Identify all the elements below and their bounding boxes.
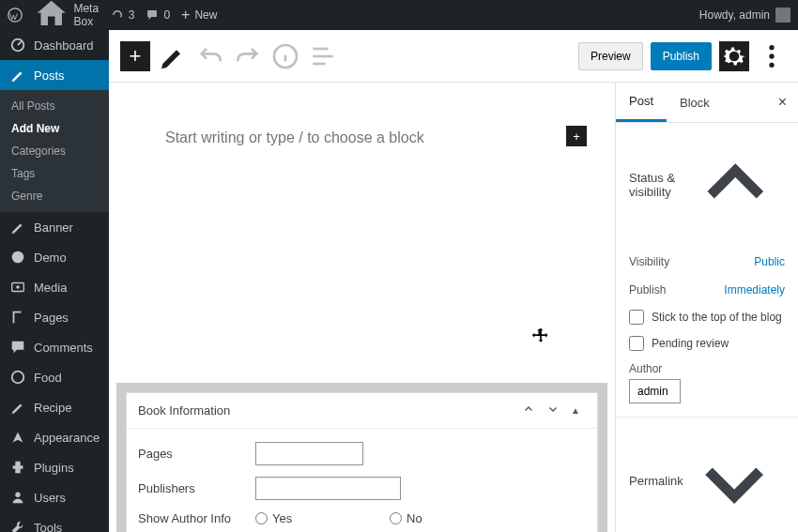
stick-checkbox[interactable]: Stick to the top of the blog [629,304,785,330]
metabox-toggle-icon[interactable]: ▲ [565,405,586,416]
subnav-add-new[interactable]: Add New [0,117,109,140]
svg-point-20 [769,62,774,67]
updates-link[interactable]: 3 [111,8,135,22]
publish-label: Publish [629,283,724,296]
nav-tools[interactable]: Tools [0,512,109,532]
nav-pages[interactable]: Pages [0,302,109,332]
field-pages-input[interactable] [255,442,363,465]
wp-logo[interactable] [8,8,23,23]
info-button[interactable] [270,41,300,71]
settings-panel: Post Block × Status & visibility Visibil… [615,83,798,532]
radio-yes[interactable]: Yes [255,511,373,525]
outline-button[interactable] [308,41,338,71]
subnav-tags[interactable]: Tags [0,162,109,185]
admin-topbar: Meta Box 3 0 +New Howdy, admin [0,0,798,30]
visibility-value[interactable]: Public [754,255,785,268]
nav-media[interactable]: Media [0,272,109,302]
nav-plugins[interactable]: Plugins [0,452,109,482]
metabox-title: Book Information [138,403,230,418]
radio-no[interactable]: No [390,511,507,525]
subnav-all-posts[interactable]: All Posts [0,95,109,117]
undo-button[interactable] [195,41,225,71]
visibility-label: Visibility [629,255,754,268]
field-publishers-label: Publishers [138,481,255,495]
avatar-icon [775,8,790,23]
block-editor-area: Start writing or type / to choose a bloc… [109,83,615,532]
svg-point-7 [12,372,24,384]
publish-button[interactable]: Publish [651,42,712,70]
svg-point-4 [16,285,20,289]
section-status[interactable]: Status & visibility [616,123,798,248]
block-placeholder[interactable]: Start writing or type / to choose a bloc… [165,129,559,146]
nav-comments[interactable]: Comments [0,332,109,362]
svg-point-18 [769,45,774,50]
preview-button[interactable]: Preview [578,42,643,70]
field-showauthor-label: Show Author Info [138,511,255,525]
nav-recipe[interactable]: Recipe [0,392,109,422]
edit-mode-button[interactable] [158,41,188,71]
metabox-book-information: Book Information ▲ Pages Publishers Show… [126,392,598,532]
svg-point-2 [12,251,24,264]
svg-point-19 [769,53,774,58]
nav-users[interactable]: Users [0,482,109,512]
nav-demo[interactable]: Demo [0,242,109,272]
nav-banner[interactable]: Banner [0,212,109,242]
user-menu[interactable]: Howdy, admin [699,8,790,23]
pending-checkbox[interactable]: Pending review [629,330,785,357]
nav-posts[interactable]: Posts [0,60,109,90]
new-link[interactable]: +New [181,7,217,23]
close-panel-icon[interactable]: × [767,94,798,111]
metabox-up-icon[interactable] [516,403,541,418]
field-publishers-input[interactable] [255,477,401,500]
add-block-button[interactable]: + [120,41,150,71]
editor-toolbar: + Preview Publish [109,30,798,83]
svg-rect-16 [313,54,332,57]
svg-rect-17 [313,62,325,65]
section-permalink[interactable]: Permalink [616,418,798,532]
nav-posts-submenu: All Posts Add New Categories Tags Genre [0,90,109,212]
nav-appearance[interactable]: Appearance [0,422,109,452]
publish-value[interactable]: Immediately [724,283,785,296]
inline-add-block-button[interactable]: + [566,126,587,146]
nav-dashboard[interactable]: Dashboard [0,30,109,60]
tab-post[interactable]: Post [616,83,667,122]
nav-food[interactable]: Food [0,362,109,392]
settings-toggle-button[interactable] [719,41,749,71]
svg-point-8 [15,493,20,497]
comments-link[interactable]: 0 [146,8,170,22]
subnav-genre[interactable]: Genre [0,185,109,207]
site-link[interactable]: Meta Box [34,0,100,33]
author-label: Author [629,362,785,375]
metabox-down-icon[interactable] [541,403,565,418]
tab-block[interactable]: Block [667,84,723,121]
svg-rect-15 [313,47,328,50]
subnav-categories[interactable]: Categories [0,140,109,162]
more-options-button[interactable] [757,41,787,71]
field-pages-label: Pages [138,447,255,461]
author-input[interactable] [629,379,681,403]
redo-button[interactable] [233,41,263,71]
move-handle-icon[interactable] [531,327,550,348]
admin-sidebar: Dashboard Posts All Posts Add New Catego… [0,30,109,532]
svg-rect-6 [14,313,23,326]
